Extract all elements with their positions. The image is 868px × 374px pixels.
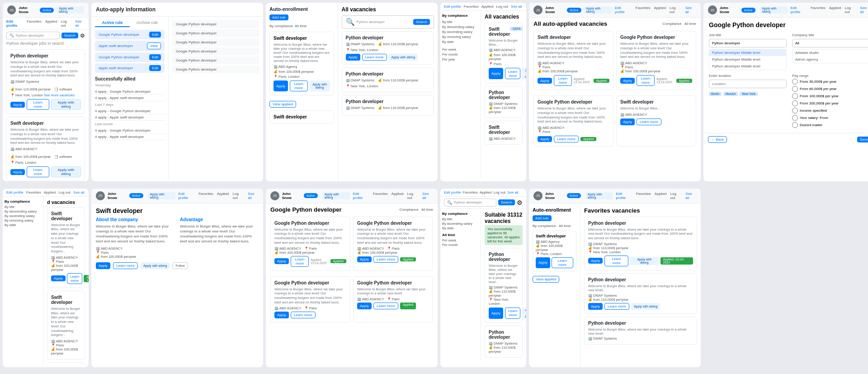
learn-fav-2[interactable]: Learn more	[604, 303, 629, 310]
learn-p5-1[interactable]: Learn more	[505, 68, 520, 79]
pay-opt-7[interactable]: Doesnt matter	[792, 122, 868, 128]
search-button[interactable]: Search	[61, 33, 78, 38]
active-rule-tab[interactable]: Active rule	[95, 20, 130, 27]
edit-btn-1[interactable]: Edit	[149, 32, 161, 38]
see-more-vacancies-link[interactable]: See more vacancies	[44, 93, 75, 97]
filter-4[interactable]: By removing salary	[442, 34, 479, 39]
pay-radio-7[interactable]	[792, 122, 798, 128]
panel10-search[interactable]: 🔍 Python developer	[444, 199, 496, 207]
panel1-search-bar[interactable]: 🔍 Python developer Search ⚙	[3, 30, 89, 41]
apply-p9-3[interactable]: Apply	[274, 312, 289, 318]
apply-btn[interactable]: Apply	[10, 102, 25, 108]
add-rule-p11[interactable]: Add rule	[533, 215, 552, 221]
loc-tag-3[interactable]: New York	[740, 92, 758, 96]
pay-radio-1[interactable]	[792, 79, 798, 85]
apply-p6-2[interactable]: Apply	[620, 78, 635, 84]
filter-3[interactable]: By ascending salary	[442, 29, 479, 34]
pay-radio-4[interactable]	[792, 100, 798, 106]
view-btn-1[interactable]: View	[147, 43, 161, 49]
learn-p9-3[interactable]: Learn more	[291, 312, 316, 318]
follow-btn[interactable]: Follow	[172, 262, 188, 269]
pay-opt-5[interactable]: Income specified	[792, 108, 868, 114]
apply-p5-1[interactable]: Apply	[489, 68, 503, 79]
location-input[interactable]	[709, 80, 787, 88]
search-btn-2[interactable]: Search	[413, 19, 430, 25]
pay-radio-3[interactable]	[792, 93, 798, 99]
nav-fav-p5[interactable]: Favorites	[464, 5, 479, 9]
company-sug-1[interactable]: Adwads studio	[793, 49, 868, 56]
pay-opt-6[interactable]: Your salary: From	[792, 115, 868, 121]
nav-seeall-p5[interactable]: See all	[511, 5, 522, 9]
pay-opt-2[interactable]: From 60,000$ per year	[792, 86, 868, 92]
nav-logout-p5[interactable]: Log out	[496, 5, 508, 9]
settings-icon[interactable]: ⚙	[80, 33, 85, 39]
aibing-p4-1[interactable]: Apply with aibing	[389, 54, 418, 61]
filter-5[interactable]: By date	[442, 39, 479, 44]
apply-fav-2[interactable]: Apply	[588, 303, 603, 310]
pay-opt-4[interactable]: From 200,000$ per year	[792, 100, 868, 106]
view-applied-p11[interactable]: View applied	[533, 276, 559, 283]
settings-p10[interactable]: ⚙	[517, 199, 523, 206]
pay-radio-6[interactable]	[792, 115, 798, 121]
learn-p11[interactable]: Learn more	[552, 257, 573, 268]
apply-p11[interactable]: Apply	[536, 257, 550, 268]
learn-p6-2[interactable]: Learn more	[637, 75, 655, 86]
learn-p6-1[interactable]: Learn more	[554, 75, 572, 86]
apply-with-aibing-btn[interactable]: Apply with aibing	[51, 99, 81, 110]
nav-edit-profile[interactable]: Edit profile	[6, 19, 23, 28]
time-3[interactable]: Per year	[442, 57, 479, 62]
learn-more-btn-2[interactable]: Learn more	[27, 166, 49, 177]
suggestion-2[interactable]: Python developer Middle level	[709, 56, 786, 63]
apply-with-aibing-btn-2[interactable]: Apply with aibing	[51, 166, 81, 177]
apply-p8[interactable]: Apply	[96, 262, 110, 269]
apply-fav-1[interactable]: Apply	[588, 258, 603, 264]
apply-p4-1[interactable]: Apply	[346, 54, 360, 61]
time-2[interactable]: Per month	[442, 52, 479, 57]
apply-r2-1[interactable]: Apply	[51, 275, 66, 281]
panel4-search[interactable]: 🔍 Python developer Search	[342, 15, 434, 28]
learn-p9-2[interactable]: Learn more	[373, 256, 398, 263]
apply-btn-enrollment[interactable]: Apply	[274, 80, 288, 91]
aibing-fav-1[interactable]: Apply with aibing	[630, 257, 658, 265]
time-1[interactable]: Per week	[442, 47, 479, 52]
search-input[interactable]: 🔍 Python developer	[6, 32, 60, 39]
apply-p9-2[interactable]: Apply	[357, 256, 372, 262]
apply-aibing-enrollment[interactable]: Apply with aibing	[310, 80, 330, 91]
suggestion-3[interactable]: Python developer Middle level	[709, 63, 786, 70]
save-btn[interactable]: Save	[857, 137, 868, 142]
search-p10[interactable]: Search	[498, 199, 515, 205]
learn-p9-1[interactable]: Learn more	[291, 256, 309, 267]
learn-more-btn[interactable]: Learn more	[27, 99, 49, 110]
filter-1[interactable]: By title	[442, 19, 479, 24]
learn-p9-4[interactable]: Learn more	[373, 303, 398, 309]
nav-applied-p5[interactable]: Applied	[481, 5, 494, 9]
learn-p6-4[interactable]: Learn more	[637, 118, 661, 125]
nav-see-all[interactable]: See all	[75, 19, 85, 28]
back-btn[interactable]: ← Back	[708, 136, 727, 143]
pay-radio-2[interactable]	[792, 86, 798, 92]
nav-edit-p5[interactable]: Edit profile	[444, 5, 461, 9]
edit-btn-3[interactable]: Edit	[149, 65, 161, 71]
nav-applied[interactable]: Applied	[45, 19, 57, 28]
aibing-fav-2[interactable]: Apply with aibing	[631, 303, 660, 310]
learn-btn-enrollment[interactable]: Learn more	[290, 80, 308, 91]
aibing-p10-1[interactable]: Apply with aibing	[522, 308, 526, 319]
company-sug-2[interactable]: Admin agency	[793, 56, 868, 63]
company-input[interactable]	[792, 39, 868, 47]
apply-btn-2[interactable]: Apply	[10, 169, 25, 175]
learn-p4-1[interactable]: Learn more	[362, 54, 387, 61]
loc-tag-2[interactable]: Munich	[723, 92, 738, 96]
nav-favorites[interactable]: Favorites	[27, 19, 42, 28]
loc-tag-1[interactable]: Berlin	[709, 92, 722, 96]
learn-p6-3[interactable]: Learn more	[554, 136, 579, 142]
edit-btn-2[interactable]: Edit	[149, 54, 161, 60]
pay-opt-1[interactable]: From 30,000$ per year	[792, 79, 868, 85]
pay-opt-3[interactable]: From 100,000$ per year	[792, 93, 868, 99]
learn-r2-1[interactable]: Learn more	[67, 273, 82, 284]
aibing-p8[interactable]: Apply with aibing	[141, 262, 170, 269]
add-rule-btn[interactable]: Add rule	[269, 14, 288, 20]
learn-fav-1[interactable]: Learn more	[604, 256, 628, 266]
learn-p8[interactable]: Learn more	[113, 262, 138, 269]
apply-p6-3[interactable]: Apply	[538, 136, 552, 142]
job-title-input[interactable]	[709, 39, 787, 47]
